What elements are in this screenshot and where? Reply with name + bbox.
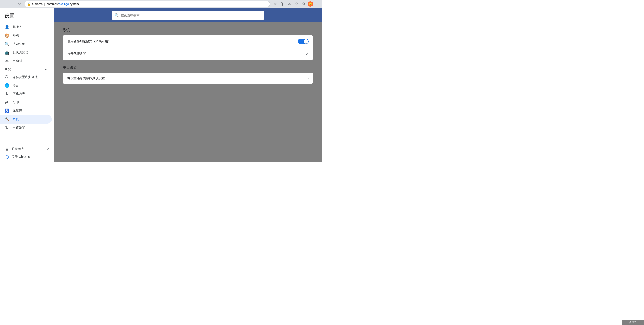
sidebar-label-downloads: 下载内容 [12,92,25,96]
sidebar-label-others: 其他人 [12,25,22,29]
bookmark-button[interactable]: ❱ [279,1,285,7]
proxy-settings-row[interactable]: 打开代理设置 ↗ [63,48,313,60]
forward-icon: → [10,2,14,6]
external-link-icon: ↗ [305,51,308,56]
reload-icon: ↻ [18,2,21,6]
sidebar-item-appearance[interactable]: 🎨 外观 [0,31,52,40]
reset-settings-card: 将设置还原为原始默认设置 › [63,73,313,84]
printer-icon: 🖨 [4,100,9,105]
sidebar-item-reset[interactable]: ↻ 重置设置 [0,124,52,132]
menu-button[interactable]: ⋮ [314,1,320,7]
sidebar-item-downloads[interactable]: ⬇ 下载内容 [0,90,52,98]
reload-button[interactable]: ↻ [16,1,22,7]
nav-buttons: ← → ↻ [2,1,22,7]
proxy-label: 打开代理设置 [67,52,86,56]
hardware-acceleration-toggle[interactable] [298,39,308,44]
monitor-icon: 📺 [4,50,9,55]
download-icon: ⬇ [4,91,9,96]
gear-icon: ⚙ [302,2,305,6]
sidebar-title: 设置 [0,8,54,23]
puzzle-icon: ⚖ [295,2,298,6]
browser-chrome: ← → ↻ 🔒 Chrome | chrome://settings/syste… [0,0,322,8]
sidebar-item-about[interactable]: ◯ 关于 Chrome [0,153,54,161]
advanced-label: 高级 [4,67,11,71]
sidebar-label-privacy: 隐私设置和安全性 [12,75,38,79]
person-icon: 👤 [4,25,9,29]
extensions-button[interactable]: ⚖ [293,1,300,7]
chevron-up-icon: ▲ [44,68,47,71]
reset-section: 重置设置 将设置还原为原始默认设置 › [63,65,313,84]
url-middle: settings [59,2,69,5]
secure-icon: 🔒 [27,2,31,6]
hardware-acceleration-row[interactable]: 使用硬件加速模式（如果可用） [63,35,313,48]
accessibility-icon: ♿ [4,108,9,113]
reset-section-title: 重置设置 [63,65,313,70]
content-scroll: 系统 使用硬件加速模式（如果可用） 打开代理设置 [54,22,322,162]
sidebar-label-print: 打印 [12,100,19,104]
reset-icon: ↻ [4,125,9,130]
sidebar: 设置 👤 其他人 🎨 外观 🔍 搜索引擎 📺 默认浏览器 ⏏ 启动时 高级 ▲ [0,8,54,162]
sidebar-item-print[interactable]: 🖨 打印 [0,98,52,106]
sidebar-label-appearance: 外观 [12,33,19,38]
bookmark-icon: ❱ [281,2,284,6]
sidebar-item-others[interactable]: 👤 其他人 [0,23,52,31]
back-button[interactable]: ← [2,1,8,7]
sidebar-item-browser[interactable]: 📺 默认浏览器 [0,48,52,57]
main-layout: 设置 👤 其他人 🎨 外观 🔍 搜索引擎 📺 默认浏览器 ⏏ 启动时 高级 ▲ [0,8,322,162]
search-bar-container: 🔍 [54,8,322,22]
url-suffix: /system [69,2,79,5]
sidebar-item-extensions[interactable]: ▣ 扩展程序 ↗ [0,145,54,153]
external-link-extensions-icon: ↗ [46,147,49,151]
menu-icon: ⋮ [315,1,319,6]
sidebar-label-language: 语言 [12,83,19,87]
system-settings-card: 使用硬件加速模式（如果可用） 打开代理设置 ↗ [63,35,313,60]
wrench-icon: 🔨 [4,117,9,122]
sidebar-item-privacy[interactable]: 🛡 隐私设置和安全性 [0,73,52,81]
sidebar-label-reset: 重置设置 [12,126,25,130]
address-bar[interactable]: 🔒 Chrome | chrome://settings/system [24,1,270,7]
sidebar-item-system[interactable]: 🔨 系统 [0,115,52,124]
browser-title-text: Chrome [32,2,42,5]
toggle-thumb [304,39,308,44]
star-button[interactable]: ☆ [272,1,278,7]
restore-defaults-right: › [308,76,308,80]
sidebar-label-accessibility: 无障碍 [12,109,22,113]
search-bar[interactable]: 🔍 [112,11,264,20]
search-input[interactable] [121,13,262,17]
shield-icon: 🛡 [4,75,9,79]
sidebar-label-about: 关于 Chrome [12,155,30,159]
alert-button[interactable]: ⚠ [286,1,292,7]
back-icon: ← [3,2,7,6]
sidebar-label-startup: 启动时 [12,59,22,63]
globe-icon: 🌐 [4,83,9,88]
address-text: Chrome | chrome://settings/system [32,2,267,5]
profile-button[interactable]: 😊 [308,1,313,7]
extensions-icon: ▣ [4,147,9,151]
restore-defaults-row[interactable]: 将设置还原为原始默认设置 › [63,73,313,84]
magnifier-icon: 🔍 [4,42,9,46]
sidebar-item-search[interactable]: 🔍 搜索引擎 [0,40,52,48]
sidebar-item-startup[interactable]: ⏏ 启动时 [0,57,52,65]
hardware-acceleration-right [298,39,308,44]
restore-defaults-label: 将设置还原为原始默认设置 [67,76,105,80]
palette-icon: 🎨 [4,33,9,38]
search-icon: 🔍 [114,13,119,17]
star-icon: ☆ [274,2,276,6]
advanced-section-header[interactable]: 高级 ▲ [0,65,52,73]
profile-emoji: 😊 [309,2,312,5]
power-icon: ⏏ [4,59,9,63]
chrome-icon: ◯ [4,155,9,159]
system-section: 系统 使用硬件加速模式（如果可用） 打开代理设置 [63,28,313,60]
sidebar-item-language[interactable]: 🌐 语言 [0,81,52,90]
chevron-right-icon: › [308,76,308,80]
sidebar-item-accessibility[interactable]: ♿ 无障碍 [0,106,52,115]
forward-button[interactable]: → [9,1,15,7]
sidebar-label-search: 搜索引擎 [12,42,25,46]
system-section-title: 系统 [63,28,313,32]
toolbar-right: ☆ ❱ ⚠ ⚖ ⚙ 😊 ⋮ [272,1,320,7]
gear-button[interactable]: ⚙ [300,1,307,7]
sidebar-label-extensions: 扩展程序 [12,147,24,151]
sidebar-label-system: 系统 [12,117,19,121]
content-area: 🔍 系统 使用硬件加速模式（如果可用） [54,8,322,162]
sidebar-label-browser: 默认浏览器 [12,50,28,55]
